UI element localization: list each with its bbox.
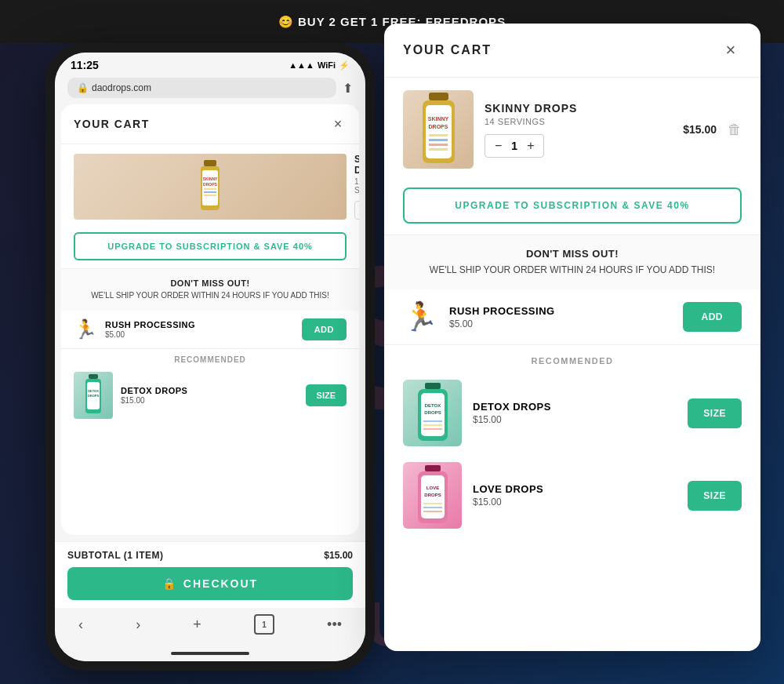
desktop-product-info: SKINNY DROPS 14 SERVINGS − 1 +	[485, 102, 672, 158]
desktop-rush-price: $5.00	[449, 318, 672, 329]
svg-rect-29	[423, 428, 442, 430]
phone-product-servings: 14 SERVINGS	[354, 177, 359, 195]
phone-dont-miss-title: DON'T MISS OUT!	[74, 278, 347, 288]
desktop-detox-image: DETOX DROPS	[403, 380, 462, 446]
svg-rect-22	[425, 383, 441, 389]
phone-time: 11:25	[71, 59, 99, 71]
desktop-detox-size-button[interactable]: SIZE	[688, 398, 742, 428]
phone-nav-bar: ‹ › + 1 •••	[55, 608, 365, 646]
desktop-detox-name: DETOX DROPS	[473, 401, 677, 413]
phone-product-image: SKINNY DROPS	[74, 154, 347, 220]
phone-browser-bar: 🔒 daodrops.com ⬆	[55, 75, 365, 104]
svg-text:DROPS: DROPS	[428, 124, 448, 129]
desktop-love-item: LOVE DROPS LOVE DROPS $15.00 SIZE	[384, 454, 760, 537]
phone-detox-image: DETOX DROPS	[74, 372, 113, 419]
phone-frame: 11:25 ▲▲▲ WiFi ⚡ 🔒 daodrops.com ⬆ YOUR C…	[45, 43, 375, 671]
svg-rect-6	[204, 191, 216, 193]
desktop-love-info: LOVE DROPS $15.00	[473, 483, 677, 508]
desktop-qty-increase[interactable]: +	[527, 139, 534, 153]
svg-text:DROPS: DROPS	[424, 493, 441, 497]
phone-rush-price: $5.00	[105, 330, 294, 339]
back-icon[interactable]: ‹	[78, 617, 83, 633]
svg-text:DROPS: DROPS	[203, 182, 217, 187]
desktop-product-name: SKINNY DROPS	[485, 102, 672, 115]
svg-rect-20	[429, 144, 448, 146]
desktop-cart-title: YOUR CART	[403, 43, 492, 57]
svg-rect-30	[425, 465, 441, 471]
desktop-detox-info: DETOX DROPS $15.00	[473, 401, 677, 425]
svg-rect-27	[423, 420, 442, 422]
desktop-cart-header: YOUR CART ×	[384, 24, 760, 78]
phone-cart-header: YOUR CART ×	[61, 104, 359, 144]
phone-detox-info: DETOX DROPS $15.00	[121, 386, 298, 405]
phone-status-bar: 11:25 ▲▲▲ WiFi ⚡	[55, 53, 365, 75]
svg-text:DETOX: DETOX	[88, 389, 99, 393]
svg-rect-5	[204, 188, 216, 190]
phone-subtotal-row: SUBTOTAL (1 ITEM) $15.00	[67, 550, 353, 561]
phone-cart-modal: YOUR CART × SKINNY DROPS	[61, 104, 359, 535]
svg-rect-2	[202, 170, 218, 206]
desktop-dont-miss-title: DON'T MISS OUT!	[403, 248, 742, 260]
svg-rect-19	[429, 139, 448, 141]
svg-rect-35	[423, 503, 442, 504]
phone-subtotal-price: $15.00	[324, 550, 353, 561]
svg-text:DETOX: DETOX	[424, 403, 441, 408]
desktop-qty-number: 1	[511, 140, 517, 152]
phone-add-button[interactable]: ADD	[302, 318, 347, 340]
phone-home-indicator	[55, 646, 365, 661]
home-bar	[171, 652, 249, 655]
svg-rect-7	[204, 195, 216, 196]
desktop-cart-item: SKINNY DROPS SKINNY DROPS 14 SERVINGS − …	[384, 78, 760, 181]
desktop-recommended-label: RECOMMENDED	[384, 345, 760, 372]
svg-text:LOVE: LOVE	[426, 486, 438, 490]
desktop-rush-info: RUSH PROCESSING $5.00	[449, 305, 672, 329]
phone-rush-item: 🏃 RUSH PROCESSING $5.00 ADD	[61, 311, 359, 349]
more-icon[interactable]: •••	[327, 617, 342, 633]
desktop-love-price: $15.00	[473, 497, 677, 508]
desktop-product-price: $15.00	[683, 123, 717, 136]
phone-cart-item: SKINNY DROPS SKINNY DROPS 14 SERVINGS − …	[61, 144, 359, 229]
phone-product-name: SKINNY DROPS	[354, 154, 359, 176]
desktop-close-button[interactable]: ×	[720, 39, 742, 61]
desktop-detox-item: DETOX DROPS DETOX DROPS $15.00 SIZE	[384, 372, 760, 454]
desktop-dont-miss-section: DON'T MISS OUT! WE'LL SHIP YOUR ORDER WI…	[384, 235, 760, 289]
desktop-delete-button[interactable]: 🗑	[728, 122, 742, 138]
phone-screen: 11:25 ▲▲▲ WiFi ⚡ 🔒 daodrops.com ⬆ YOUR C…	[55, 53, 365, 661]
status-icons: ▲▲▲ WiFi ⚡	[289, 60, 350, 71]
svg-rect-0	[204, 160, 216, 166]
new-tab-icon[interactable]: +	[193, 617, 201, 633]
desktop-rush-name: RUSH PROCESSING	[449, 305, 672, 317]
desktop-upgrade-button[interactable]: UPGRADE TO SUBSCRIPTION & SAVE 40%	[403, 187, 742, 224]
desktop-love-name: LOVE DROPS	[473, 483, 677, 495]
phone-close-button[interactable]: ×	[329, 115, 347, 133]
svg-rect-36	[423, 507, 442, 508]
desktop-detox-price: $15.00	[473, 414, 677, 425]
phone-detox-size-button[interactable]: SIZE	[306, 384, 347, 406]
desktop-love-image: LOVE DROPS	[403, 462, 462, 529]
phone-checkout-button[interactable]: 🔒 CHECKOUT	[67, 567, 353, 600]
desktop-love-size-button[interactable]: SIZE	[688, 481, 742, 511]
desktop-rush-icon: 🏃	[403, 300, 438, 333]
desktop-qty-decrease[interactable]: −	[495, 139, 502, 153]
url-bar[interactable]: 🔒 daodrops.com	[67, 78, 336, 98]
phone-bottom-bar: SUBTOTAL (1 ITEM) $15.00 🔒 CHECKOUT	[55, 541, 365, 608]
phone-recommended-label: RECOMMENDED	[61, 349, 359, 367]
desktop-qty-controls: − 1 +	[485, 134, 544, 158]
svg-rect-8	[89, 374, 98, 379]
forward-icon[interactable]: ›	[136, 617, 140, 633]
svg-text:DROPS: DROPS	[424, 410, 441, 415]
rush-processing-icon: 🏃	[74, 318, 97, 340]
phone-upgrade-button[interactable]: UPGRADE TO SUBSCRIPTION & SAVE 40%	[74, 232, 347, 260]
phone-detox-name: DETOX DROPS	[121, 386, 298, 395]
phone-detox-item: DETOX DROPS DETOX DROPS $15.00 SIZE	[61, 367, 359, 424]
phone-detox-price: $15.00	[121, 396, 298, 405]
desktop-add-button[interactable]: ADD	[683, 302, 742, 332]
share-icon[interactable]: ⬆	[343, 81, 353, 96]
phone-subtotal-label: SUBTOTAL (1 ITEM)	[67, 550, 164, 561]
svg-rect-13	[429, 93, 448, 100]
svg-text:SKINNY: SKINNY	[427, 116, 448, 122]
desktop-product-servings: 14 SERVINGS	[485, 117, 672, 126]
svg-text:DROPS: DROPS	[88, 394, 100, 398]
tab-count[interactable]: 1	[254, 614, 274, 635]
desktop-product-image: SKINNY DROPS	[403, 90, 474, 169]
